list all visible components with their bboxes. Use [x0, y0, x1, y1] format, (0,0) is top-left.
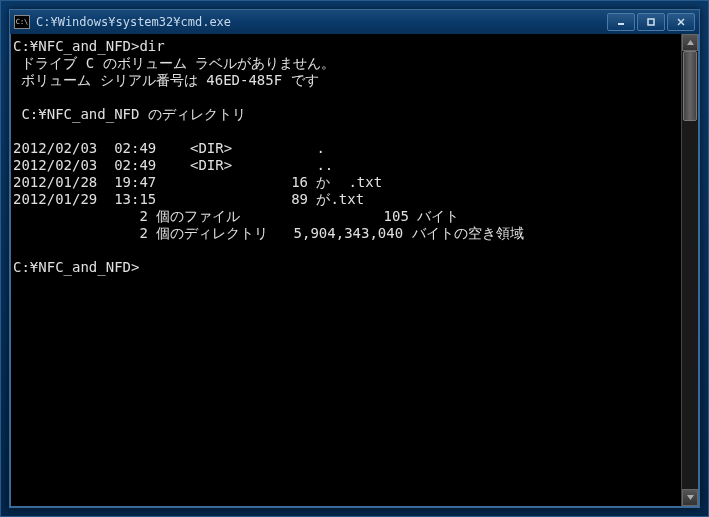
vertical-scrollbar[interactable] [681, 34, 698, 506]
scroll-track[interactable] [682, 51, 698, 489]
svg-marker-5 [687, 495, 694, 500]
window-controls [607, 13, 695, 31]
minimize-button[interactable] [607, 13, 635, 31]
prompt-line: C:¥NFC_and_NFD> [13, 259, 139, 275]
prompt: C:¥NFC_and_NFD> [13, 259, 139, 275]
dir-entry: 2012/01/29 13:15 89 が.txt [13, 191, 364, 207]
dir-entry: 2012/02/03 02:49 <DIR> .. [13, 157, 333, 173]
scroll-up-button[interactable] [682, 34, 698, 51]
scroll-thumb[interactable] [683, 51, 697, 121]
window-title: C:¥Windows¥system32¥cmd.exe [36, 15, 607, 29]
output-line: ドライブ C のボリューム ラベルがありません。 [13, 55, 335, 71]
cmd-icon: C:\ [14, 15, 30, 29]
output-line: ボリューム シリアル番号は 46ED-485F です [13, 72, 319, 88]
prompt: C:¥NFC_and_NFD> [13, 38, 139, 54]
dir-entry: 2012/01/28 19:47 16 か ゙.txt [13, 174, 382, 190]
console-area: C:¥NFC_and_NFD>dir ドライブ C のボリューム ラベルがありま… [10, 34, 699, 507]
cmd-window: C:\ C:¥Windows¥system32¥cmd.exe C:¥NFC_a… [9, 9, 700, 508]
prompt-line: C:¥NFC_and_NFD>dir [13, 38, 165, 54]
close-button[interactable] [667, 13, 695, 31]
svg-marker-4 [687, 40, 694, 45]
maximize-button[interactable] [637, 13, 665, 31]
summary-line: 2 個のファイル 105 バイト [13, 208, 459, 224]
titlebar[interactable]: C:\ C:¥Windows¥system32¥cmd.exe [10, 10, 699, 34]
dir-entry: 2012/02/03 02:49 <DIR> . [13, 140, 325, 156]
scroll-down-button[interactable] [682, 489, 698, 506]
output-line: C:¥NFC_and_NFD のディレクトリ [13, 106, 246, 122]
window-frame: C:\ C:¥Windows¥system32¥cmd.exe C:¥NFC_a… [0, 0, 709, 517]
summary-line: 2 個のディレクトリ 5,904,343,040 バイトの空き領域 [13, 225, 524, 241]
command: dir [139, 38, 164, 54]
console-output[interactable]: C:¥NFC_and_NFD>dir ドライブ C のボリューム ラベルがありま… [11, 34, 681, 506]
svg-rect-1 [648, 19, 654, 25]
